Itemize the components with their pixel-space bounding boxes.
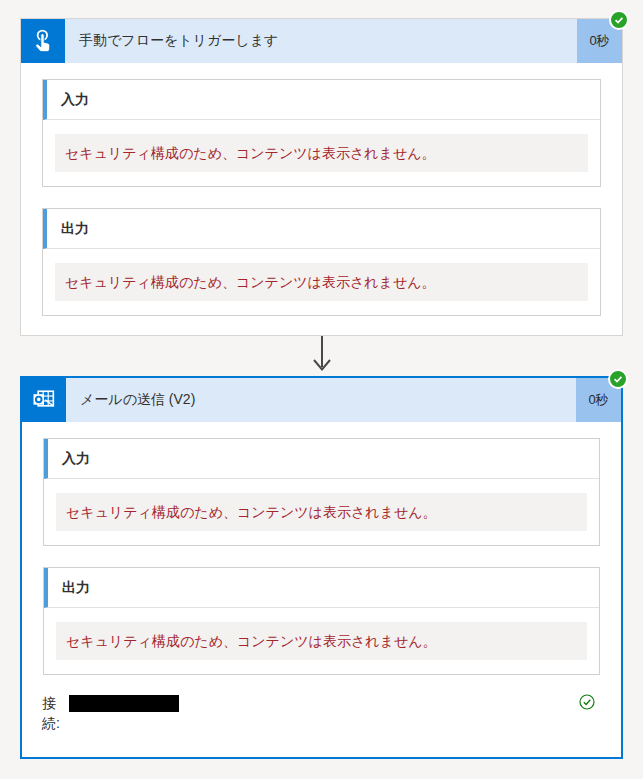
- connection-label: 接続:: [42, 693, 60, 733]
- action-card-title: メールの送信 (V2): [66, 378, 576, 422]
- check-icon: [612, 373, 624, 385]
- connection-valid-icon: [579, 694, 595, 714]
- action-card-body: 入力 セキュリティ構成のため、コンテンツは表示されません。 出力 セキュリティ構…: [22, 422, 621, 675]
- check-icon: [613, 14, 625, 26]
- trigger-input-header: 入力: [43, 80, 600, 120]
- success-badge: [608, 369, 628, 389]
- manual-trigger-touch-icon: [21, 19, 65, 63]
- trigger-card-body: 入力 セキュリティ構成のため、コンテンツは表示されません。 出力 セキュリティ構…: [21, 63, 622, 316]
- action-input-section: 入力 セキュリティ構成のため、コンテンツは表示されません。: [43, 438, 600, 546]
- connection-row: 接続:: [22, 693, 621, 733]
- outlook-icon: [22, 378, 66, 422]
- action-output-body: セキュリティ構成のため、コンテンツは表示されません。: [44, 608, 599, 674]
- action-output-header: 出力: [44, 568, 599, 608]
- trigger-input-body: セキュリティ構成のため、コンテンツは表示されません。: [43, 120, 600, 186]
- trigger-card-header[interactable]: 手動でフローをトリガーします 0秒: [21, 19, 622, 63]
- down-arrow-icon: [310, 336, 334, 376]
- action-output-secure-message: セキュリティ構成のため、コンテンツは表示されません。: [56, 622, 587, 660]
- action-input-secure-message: セキュリティ構成のため、コンテンツは表示されません。: [56, 493, 587, 531]
- trigger-output-body: セキュリティ構成のため、コンテンツは表示されません。: [43, 249, 600, 315]
- action-card: メールの送信 (V2) 0秒 入力 セキュリティ構成のため、コンテンツは表示され…: [20, 376, 623, 759]
- trigger-input-secure-message: セキュリティ構成のため、コンテンツは表示されません。: [55, 134, 588, 172]
- action-output-section: 出力 セキュリティ構成のため、コンテンツは表示されません。: [43, 567, 600, 675]
- trigger-output-header: 出力: [43, 209, 600, 249]
- success-badge: [609, 10, 629, 30]
- trigger-output-secure-message: セキュリティ構成のため、コンテンツは表示されません。: [55, 263, 588, 301]
- trigger-output-section: 出力 セキュリティ構成のため、コンテンツは表示されません。: [42, 208, 601, 316]
- action-card-header[interactable]: メールの送信 (V2) 0秒: [22, 378, 621, 422]
- trigger-card-title: 手動でフローをトリガーします: [65, 19, 577, 63]
- action-input-header: 入力: [44, 439, 599, 479]
- connection-value-redacted: [69, 695, 179, 712]
- action-input-body: セキュリティ構成のため、コンテンツは表示されません。: [44, 479, 599, 545]
- trigger-card: 手動でフローをトリガーします 0秒 入力 セキュリティ構成のため、コンテンツは表…: [20, 18, 623, 336]
- trigger-input-section: 入力 セキュリティ構成のため、コンテンツは表示されません。: [42, 79, 601, 187]
- connector-arrow: [310, 336, 334, 376]
